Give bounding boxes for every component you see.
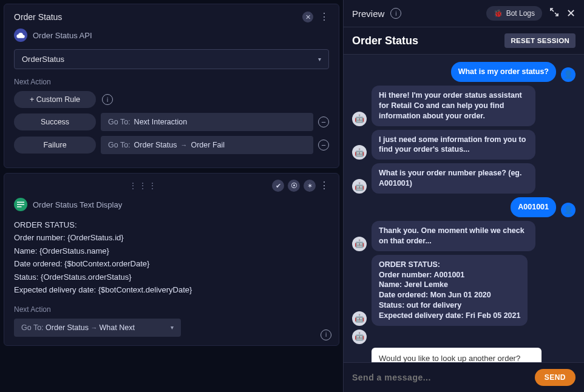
flow-header-card: Order Status ✕ ⋮ Order Status API OrderS… (4, 4, 339, 168)
api-select[interactable]: OrderStatus ▾ (14, 49, 329, 69)
message-bubble: Thank you. One moment while we check on … (372, 221, 535, 251)
bot-avatar-icon: 🤖 (352, 237, 367, 251)
api-node-title: Order Status API (33, 31, 92, 40)
user-message-row: A001001👤 (352, 197, 576, 217)
message-bubble: What is my order status? (451, 62, 556, 82)
text-node-content: ORDER STATUS: Order number: {OrderStatus… (14, 218, 329, 297)
gear-icon[interactable]: ✶ (304, 180, 316, 192)
text-line: Status: {OrderStatus.orderStatus} (14, 271, 329, 283)
bot-prompt-row: 🤖 (352, 329, 576, 344)
chat-input[interactable] (352, 373, 529, 382)
chevron-down-icon: ▾ (171, 324, 174, 331)
chat-input-row: SEND (344, 363, 584, 392)
text-node-goto-select[interactable]: Go To: Order Status → What Next ▾ (14, 319, 181, 337)
next-action-label: Next Action (14, 78, 329, 86)
cloud-icon (14, 29, 27, 42)
next-action-label: Next Action (14, 305, 329, 314)
bot-message-row: 🤖Thank you. One moment while we check on… (352, 221, 576, 251)
text-line: ORDER STATUS: (14, 218, 329, 231)
api-select-value: OrderStatus (22, 55, 64, 64)
bot-avatar-icon: 🤖 (352, 145, 367, 160)
rule-goto-failure[interactable]: Go To: Order Status → Order Fail (101, 136, 313, 154)
message-bubble: Hi there! I'm your order status assistan… (372, 86, 535, 126)
bot-avatar-icon: 🤖 (352, 311, 367, 326)
info-icon[interactable]: i (321, 329, 331, 340)
code-icon[interactable]: ⦿ (288, 180, 300, 192)
info-icon[interactable]: i (102, 94, 113, 105)
bug-icon: 🐞 (494, 9, 503, 18)
text-node-title: Order Status Text Display (33, 200, 122, 209)
chat-scroll[interactable]: What is my order status?👤🤖Hi there! I'm … (344, 54, 584, 363)
bot-avatar-icon: 🤖 (352, 112, 367, 126)
message-bubble: A001001 (511, 197, 556, 217)
editor-panel: Order Status ✕ ⋮ Order Status API OrderS… (0, 0, 343, 392)
prompt-card: Would you like to look up another order?… (372, 348, 542, 363)
bot-logs-button[interactable]: 🐞 Bot Logs (486, 6, 542, 21)
drag-handle-icon[interactable]: ⋮⋮⋮ (14, 181, 272, 191)
bot-logs-label: Bot Logs (506, 9, 535, 18)
text-display-card: ⋮⋮⋮ ✔ ⦿ ✶ ⋮ Order Status Text Display OR… (4, 173, 339, 346)
text-line: Name: {OrderStatus.name} (14, 245, 329, 257)
bot-message-row: 🤖I just need some information from you t… (352, 130, 576, 160)
user-avatar-icon: 👤 (561, 203, 576, 217)
arrow-right-icon: → (180, 141, 187, 149)
chat-title: Order Status (352, 35, 418, 47)
prompt-question: Would you like to look up another order? (372, 348, 542, 363)
flow-title: Order Status (14, 12, 62, 22)
add-custom-rule-button[interactable]: + Custom Rule (14, 91, 96, 108)
expand-icon[interactable] (549, 7, 559, 20)
rule-condition[interactable]: Success (14, 113, 96, 130)
node-menu-icon[interactable]: ⋮ (319, 181, 329, 191)
remove-rule-icon[interactable]: − (318, 117, 329, 127)
user-message-row: What is my order status?👤 (352, 62, 576, 82)
info-icon[interactable]: i (390, 8, 401, 19)
remove-rule-icon[interactable]: − (318, 140, 329, 150)
send-button[interactable]: SEND (535, 369, 576, 386)
rule-condition[interactable]: Failure (14, 137, 96, 154)
preview-title: Preview (352, 8, 384, 19)
bot-message-row: 🤖Hi there! I'm your order status assista… (352, 86, 576, 126)
bot-message-row: 🤖What is your order number please? (eg. … (352, 163, 576, 194)
message-bubble: What is your order number please? (eg. A… (372, 163, 535, 194)
rule-row-failure: Failure Go To: Order Status → Order Fail… (14, 136, 329, 154)
preview-panel: Preview i 🐞 Bot Logs ✕ Order Status RESE… (343, 0, 584, 392)
text-line: Date ordered: {$botContext.orderDate} (14, 257, 329, 270)
rule-goto-success[interactable]: Go To: Next Interaction (101, 113, 313, 131)
text-line: Expected delivery date: {$botContext.del… (14, 283, 329, 296)
message-bubble: I just need some information from you to… (372, 130, 535, 160)
arrow-right-icon: → (90, 324, 99, 331)
check-icon[interactable]: ✔ (272, 180, 284, 192)
text-line: Order number: {OrderStatus.id} (14, 231, 329, 244)
bot-message-row: 🤖ORDER STATUS: Order number: A001001 Nam… (352, 255, 576, 326)
bot-avatar-icon: 🤖 (352, 179, 367, 194)
user-avatar-icon: 👤 (561, 67, 576, 82)
text-icon (14, 198, 27, 211)
flow-menu-icon[interactable]: ⋮ (319, 12, 329, 22)
message-bubble: ORDER STATUS: Order number: A001001 Name… (372, 255, 528, 326)
rule-row-success: Success Go To: Next Interaction − (14, 113, 329, 131)
close-icon[interactable]: ✕ (566, 7, 576, 20)
close-flow-icon[interactable]: ✕ (302, 12, 313, 22)
reset-session-button[interactable]: RESET SESSION (504, 33, 576, 48)
chevron-down-icon: ▾ (318, 56, 321, 63)
bot-avatar-icon: 🤖 (352, 329, 367, 344)
